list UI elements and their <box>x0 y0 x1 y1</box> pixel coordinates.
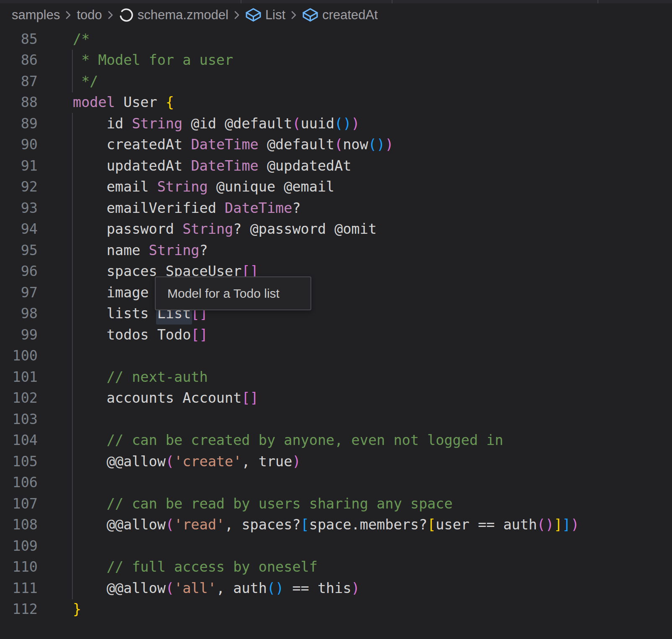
code-line[interactable]: 104 // can be created by anyone, even no… <box>0 430 672 451</box>
line-number: 108 <box>0 514 38 536</box>
code-line[interactable]: 98 lists List[] <box>0 303 672 325</box>
line-number: 94 <box>0 219 38 240</box>
code-line[interactable]: 90 createdAt DateTime @default(now()) <box>0 134 672 156</box>
line-number: 88 <box>0 92 38 113</box>
line-number: 89 <box>0 113 38 135</box>
code-line-text: */ <box>73 71 98 92</box>
indent-guide <box>72 113 73 599</box>
line-number: 90 <box>0 134 38 156</box>
code-line[interactable]: 106 <box>0 472 672 493</box>
code-line[interactable]: 95 name String? <box>0 240 672 261</box>
line-number: 95 <box>0 240 38 261</box>
code-line-text: model User { <box>73 92 174 113</box>
breadcrumb-label: schema.zmodel <box>138 8 228 23</box>
line-number: 86 <box>0 50 38 71</box>
code-line-text: accounts Account[] <box>73 388 259 409</box>
code-line-text: // can be created by anyone, even not lo… <box>73 430 503 451</box>
code-line-text: @@allow('create', true) <box>73 451 301 473</box>
tab-separator <box>392 0 392 3</box>
code-line[interactable]: 86 * Model for a user <box>0 50 672 71</box>
code-line[interactable]: 96 spaces SpaceUser[] <box>0 261 672 282</box>
hover-tooltip-text: Model for a Todo list <box>167 286 280 301</box>
line-number: 99 <box>0 325 38 346</box>
code-line[interactable]: 103 <box>0 409 672 430</box>
code-line[interactable]: 89 id String @id @default(uuid()) <box>0 113 672 135</box>
code-line[interactable]: 100 <box>0 345 672 367</box>
line-number: 111 <box>0 578 38 599</box>
tab-bar-bottom-strip <box>0 0 672 3</box>
code-line-text: id String @id @default(uuid()) <box>73 113 360 135</box>
line-number: 96 <box>0 261 38 282</box>
line-number: 107 <box>0 493 38 515</box>
breadcrumb-item-todo[interactable]: todo <box>77 8 102 23</box>
code-line-text: /* <box>73 29 90 50</box>
code-editor[interactable]: 85/*86 * Model for a user87 */88model Us… <box>0 27 672 639</box>
code-line[interactable]: 105 @@allow('create', true) <box>0 451 672 473</box>
loading-spinner-icon <box>119 8 134 23</box>
line-number: 105 <box>0 451 38 473</box>
code-line[interactable]: 109 <box>0 536 672 557</box>
code-line[interactable]: 112} <box>0 599 672 620</box>
code-line-text: // next-auth <box>73 367 208 388</box>
line-number: 87 <box>0 71 38 92</box>
breadcrumb: samplestodoschema.zmodelListcreatedAt <box>12 3 672 27</box>
chevron-right-icon <box>107 9 114 21</box>
tab-separator <box>598 0 598 3</box>
code-line[interactable]: 88model User { <box>0 92 672 113</box>
code-line-text: email String @unique @email <box>73 176 334 198</box>
line-number: 100 <box>0 345 38 367</box>
indent-guide <box>72 50 73 92</box>
code-line-text: name String? <box>73 240 208 261</box>
code-line[interactable]: 108 @@allow('read', spaces?[space.member… <box>0 514 672 536</box>
code-line-text: // full access by oneself <box>73 557 318 578</box>
breadcrumb-item-list[interactable]: List <box>245 8 285 23</box>
code-line[interactable]: 97 image <box>0 282 672 304</box>
chevron-right-icon <box>233 9 241 21</box>
line-number: 110 <box>0 557 38 578</box>
code-line-text: @@allow('read', spaces?[space.members?[u… <box>73 514 579 536</box>
line-number: 98 <box>0 303 38 325</box>
code-line[interactable]: 85/* <box>0 29 672 50</box>
code-line-text: @@allow('all', auth() == this) <box>73 578 360 599</box>
breadcrumb-item-samples[interactable]: samples <box>12 8 60 23</box>
code-line-text: * Model for a user <box>73 50 233 71</box>
line-number: 106 <box>0 472 38 493</box>
code-line-text: image <box>73 282 149 304</box>
code-line-text: // can be read by users sharing any spac… <box>73 493 453 515</box>
breadcrumb-item-schema-zmodel[interactable]: schema.zmodel <box>119 8 228 23</box>
breadcrumb-label: List <box>265 8 285 23</box>
code-line[interactable]: 101 // next-auth <box>0 367 672 388</box>
line-number: 92 <box>0 176 38 198</box>
tab-separator <box>241 0 241 3</box>
line-number: 101 <box>0 367 38 388</box>
code-line-text: emailVerified DateTime? <box>73 198 301 219</box>
code-line[interactable]: 102 accounts Account[] <box>0 388 672 409</box>
line-number: 102 <box>0 388 38 409</box>
code-line[interactable]: 111 @@allow('all', auth() == this) <box>0 578 672 599</box>
breadcrumb-item-createdat[interactable]: createdAt <box>302 8 378 23</box>
breadcrumb-label: todo <box>77 8 102 23</box>
line-number: 103 <box>0 409 38 430</box>
symbol-class-icon <box>302 8 318 23</box>
line-number: 85 <box>0 29 38 50</box>
code-line[interactable]: 91 updatedAt DateTime @updatedAt <box>0 156 672 177</box>
line-number: 97 <box>0 282 38 304</box>
code-line-text: password String? @password @omit <box>73 219 377 240</box>
breadcrumb-label: createdAt <box>322 8 378 23</box>
code-line[interactable]: 94 password String? @password @omit <box>0 219 672 240</box>
code-line[interactable]: 92 email String @unique @email <box>0 176 672 198</box>
line-number: 104 <box>0 430 38 451</box>
code-line-text: } <box>73 599 81 620</box>
code-line[interactable]: 93 emailVerified DateTime? <box>0 198 672 219</box>
symbol-class-icon <box>245 8 262 23</box>
chevron-right-icon <box>64 9 72 21</box>
code-line-text: updatedAt DateTime @updatedAt <box>73 156 351 177</box>
hover-tooltip: Model for a Todo list <box>155 276 311 310</box>
code-line[interactable]: 107 // can be read by users sharing any … <box>0 493 672 515</box>
code-line[interactable]: 110 // full access by oneself <box>0 557 672 578</box>
code-line[interactable]: 99 todos Todo[] <box>0 325 672 346</box>
chevron-right-icon <box>290 9 298 21</box>
line-number: 91 <box>0 156 38 177</box>
code-line[interactable]: 87 */ <box>0 71 672 92</box>
breadcrumb-label: samples <box>12 8 60 23</box>
